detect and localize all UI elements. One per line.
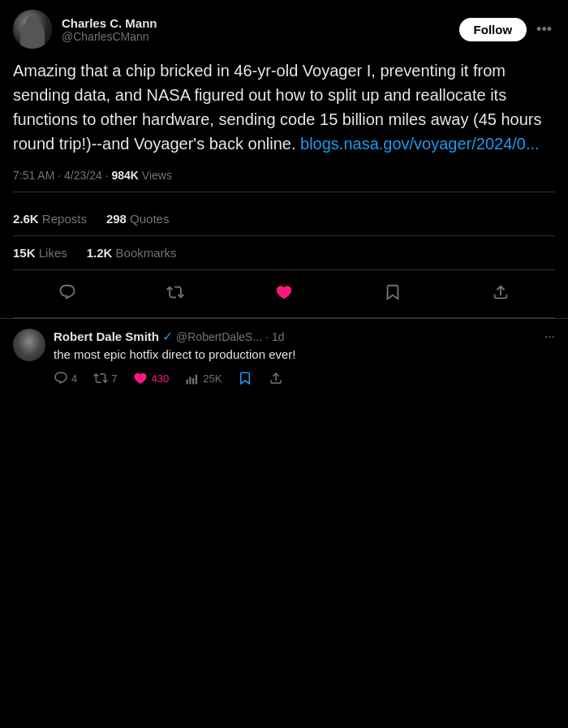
repost-button[interactable] — [160, 277, 191, 308]
reposts-stat[interactable]: 2.6K Reposts — [13, 212, 87, 226]
tweet-time: 7:51 AM — [13, 169, 54, 182]
display-name[interactable]: Charles C. Mann — [62, 16, 157, 30]
share-button[interactable] — [485, 277, 516, 308]
likes-bookmarks-row: 15K Likes 1.2K Bookmarks — [13, 236, 555, 270]
share-icon — [492, 283, 510, 301]
quotes-stat[interactable]: 298 Quotes — [106, 212, 170, 226]
tweet-date: 4/23/24 — [64, 169, 102, 182]
tweet-separator-1: · — [58, 169, 64, 182]
reply-button[interactable] — [52, 277, 83, 308]
reply-separator: · — [265, 330, 269, 343]
reply-share-icon — [269, 371, 283, 386]
reply-time: 1d — [272, 330, 285, 343]
author-info: Charles C. Mann @CharlesCMann — [13, 10, 157, 49]
tweet-meta: 7:51 AM · 4/23/24 · 984K Views — [13, 169, 555, 182]
avatar[interactable] — [13, 10, 52, 49]
bookmarks-count: 1.2K — [87, 246, 113, 260]
reply-heart-icon — [133, 371, 148, 386]
follow-button[interactable]: Follow — [459, 18, 527, 41]
repost-icon — [166, 283, 184, 301]
reply-icon — [58, 283, 76, 301]
bookmarks-label: Bookmarks — [116, 246, 177, 260]
reply-more-options[interactable]: ··· — [544, 330, 555, 344]
reply-actions: 4 7 430 25K — [54, 371, 555, 386]
tweet-text: Amazing that a chip bricked in 46-yr-old… — [13, 58, 555, 156]
reply-username[interactable]: @RobertDaleS... — [176, 330, 262, 343]
tweet-header: Charles C. Mann @CharlesCMann Follow ••• — [13, 10, 555, 49]
reply-views-count: 25K — [203, 373, 222, 385]
likes-label: Likes — [39, 246, 67, 260]
reply-share-button[interactable] — [269, 371, 283, 386]
reposts-count: 2.6K — [13, 212, 39, 226]
tweet-link[interactable]: blogs.nasa.gov/voyager/2024/0... — [300, 135, 540, 153]
verified-badge: ✓ — [162, 329, 173, 344]
reply-avatar[interactable] — [13, 329, 45, 361]
heart-icon — [275, 283, 293, 301]
bookmark-icon — [384, 283, 402, 301]
username[interactable]: @CharlesCMann — [62, 30, 157, 43]
reply-like-count: 430 — [151, 373, 169, 385]
reply-text: the most epic hotfix direct to productio… — [54, 346, 555, 363]
reply-like-button[interactable]: 430 — [133, 371, 169, 386]
reply-reply-count: 4 — [71, 373, 77, 385]
svg-rect-0 — [187, 380, 188, 385]
reply-reply-button[interactable]: 4 — [54, 371, 77, 386]
svg-rect-3 — [196, 375, 197, 385]
reply-bookmark-icon — [238, 371, 252, 386]
likes-count: 15K — [13, 246, 36, 260]
reply-views-icon — [185, 371, 200, 386]
bookmarks-stat[interactable]: 1.2K Bookmarks — [87, 246, 177, 260]
user-info: Charles C. Mann @CharlesCMann — [62, 16, 157, 43]
like-button[interactable] — [269, 277, 299, 308]
bookmark-button[interactable] — [377, 277, 408, 308]
reply-views-button[interactable]: 25K — [185, 371, 222, 386]
more-options-button[interactable]: ••• — [533, 18, 555, 41]
reply-reply-icon — [54, 371, 68, 386]
reposts-quotes-row: 2.6K Reposts 298 Quotes — [13, 202, 555, 236]
reply-repost-button[interactable]: 7 — [93, 371, 117, 386]
reply-card: Robert Dale Smith ✓ @RobertDaleS... · 1d… — [0, 319, 568, 395]
reply-content: Robert Dale Smith ✓ @RobertDaleS... · 1d… — [54, 329, 555, 386]
tweet-views-label: Views — [142, 169, 172, 182]
svg-rect-2 — [192, 378, 194, 385]
quotes-count: 298 — [106, 212, 127, 226]
reply-author-info: Robert Dale Smith ✓ @RobertDaleS... · 1d — [54, 329, 285, 344]
actions-row — [13, 270, 555, 318]
reply-repost-count: 7 — [111, 373, 117, 385]
reply-repost-icon — [93, 371, 108, 386]
reply-display-name[interactable]: Robert Dale Smith — [54, 330, 159, 343]
tweet-actions-top: Follow ••• — [459, 18, 555, 41]
svg-rect-1 — [189, 377, 191, 385]
quotes-label: Quotes — [130, 212, 169, 226]
reply-header: Robert Dale Smith ✓ @RobertDaleS... · 1d… — [54, 329, 555, 344]
tweet-views[interactable]: 984K — [111, 169, 138, 182]
reply-bookmark-button[interactable] — [238, 371, 252, 386]
reposts-label: Reposts — [42, 212, 87, 226]
divider-1 — [13, 192, 555, 192]
tweet-card: Charles C. Mann @CharlesCMann Follow •••… — [0, 0, 568, 319]
likes-stat[interactable]: 15K Likes — [13, 246, 67, 260]
